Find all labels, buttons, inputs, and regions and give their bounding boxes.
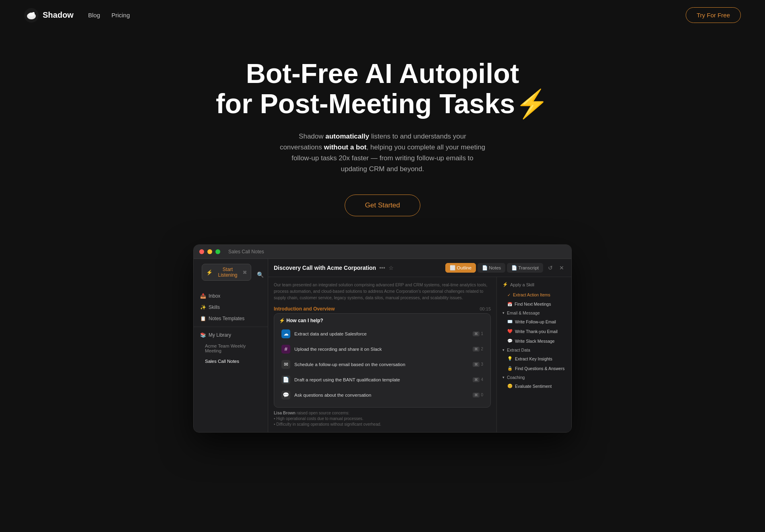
help-popup: ⚡ How can I help? ☁ Extract data and upd… bbox=[274, 313, 491, 408]
skill-write-slack-label: Write Slack Message bbox=[515, 339, 554, 344]
help-item-salesforce[interactable]: ☁ Extract data and update Salesforce ⌘1 bbox=[278, 327, 486, 341]
help-popup-title: ⚡ How can I help? bbox=[278, 318, 486, 323]
skill-find-qa-label: Find Questions & Answers bbox=[515, 366, 564, 371]
star-icon[interactable]: ☆ bbox=[389, 265, 394, 271]
close-icon[interactable]: ✕ bbox=[558, 264, 566, 272]
thankyou-email-icon: ❤️ bbox=[507, 329, 513, 334]
notes-area: Our team presented an integrated solutio… bbox=[268, 277, 497, 432]
window-title: Sales Call Notes bbox=[228, 249, 264, 255]
skills-header-label: Apply a Skill bbox=[510, 282, 534, 287]
skill-evaluate-sentiment-label: Evaluate Sentiment bbox=[515, 384, 552, 389]
help-item-slack-text: Upload the recording and share it on Sla… bbox=[294, 347, 469, 352]
skills-icon: ✨ bbox=[200, 304, 206, 310]
calendar-icon: 📅 bbox=[507, 302, 512, 306]
skill-write-followup-email[interactable]: ✉️ Write Follow-up Email bbox=[500, 317, 568, 326]
tab-outline[interactable]: ⬜ Outline bbox=[445, 263, 476, 273]
notes-templates-icon: 📋 bbox=[200, 316, 206, 321]
tab-group: ⬜ Outline 📄 Notes 📄 Transcript bbox=[445, 263, 543, 273]
skill-find-next-meetings[interactable]: 📅 Find Next Meetings bbox=[500, 300, 568, 308]
slack-msg-icon: 💬 bbox=[507, 338, 513, 344]
start-listening-button[interactable]: ⚡ Start Listening ⌘ bbox=[202, 264, 251, 281]
skill-write-slack[interactable]: 💬 Write Slack Message bbox=[500, 336, 568, 346]
check-icon: ✓ bbox=[507, 293, 511, 297]
nav-link-blog[interactable]: Blog bbox=[88, 12, 100, 19]
transcript-snippet: Lisa Brown raised open source concerns: … bbox=[274, 411, 491, 426]
chevron-coaching-icon: ▾ bbox=[502, 375, 504, 379]
report-icon: 📄 bbox=[281, 375, 290, 384]
hero-section: Bot-Free AI Autopilot for Post-Meeting T… bbox=[0, 30, 765, 236]
email-icon: ✉ bbox=[281, 360, 290, 369]
help-item-salesforce-shortcut: ⌘1 bbox=[473, 331, 483, 336]
skill-extract-key-insights[interactable]: 💡 Extract Key Insights bbox=[500, 354, 568, 363]
sidebar-notes-label: Notes Templates bbox=[209, 316, 244, 321]
help-item-email[interactable]: ✉ Schedule a follow-up email based on th… bbox=[278, 357, 486, 372]
sidebar-search-icon[interactable]: 🔍 bbox=[257, 271, 264, 278]
help-item-slack[interactable]: # Upload the recording and share it on S… bbox=[278, 342, 486, 356]
skill-extract-key-insights-label: Extract Key Insights bbox=[515, 356, 552, 361]
help-item-questions[interactable]: 💬 Ask questions about the conversation ⌘… bbox=[278, 388, 486, 402]
try-for-free-button[interactable]: Try For Free bbox=[686, 7, 741, 23]
help-item-questions-shortcut: ⌘0 bbox=[473, 393, 483, 397]
svg-point-3 bbox=[32, 12, 35, 14]
inbox-icon: 📥 bbox=[200, 293, 206, 299]
hero-headline: Bot-Free AI Autopilot for Post-Meeting T… bbox=[201, 58, 564, 119]
skills-panel: ⚡ Apply a Skill ✓ Extract Action Items 📅… bbox=[497, 277, 571, 432]
logo-text: Shadow bbox=[43, 10, 74, 20]
transcript-bullet-1: • High operational costs due to manual p… bbox=[274, 416, 491, 421]
skills-header: ⚡ Apply a Skill bbox=[500, 280, 568, 290]
sidebar: ⚡ Start Listening ⌘ 🔍 📥 Inbox ✨ Skills 📋 bbox=[194, 259, 268, 432]
help-item-questions-text: Ask questions about the conversation bbox=[294, 393, 469, 397]
app-window: Sales Call Notes ⚡ Start Listening ⌘ 🔍 📥… bbox=[193, 244, 572, 433]
sidebar-item-acme-meeting[interactable]: Acme Team Weekly Meeting bbox=[194, 341, 268, 356]
window-dot-yellow[interactable] bbox=[207, 249, 212, 254]
section-heading: Introduction and Overview 00:15 bbox=[274, 306, 491, 312]
navbar: Shadow Blog Pricing Try For Free bbox=[0, 0, 765, 30]
more-options-icon[interactable]: ••• bbox=[379, 265, 385, 271]
transcript-bullet-2: • Difficulty in scaling operations witho… bbox=[274, 422, 491, 426]
chevron-right-icon: ▾ bbox=[502, 348, 504, 352]
tab-notes[interactable]: 📄 Notes bbox=[478, 263, 505, 273]
slack-icon: # bbox=[281, 345, 290, 354]
main-area: Discovery Call with Acme Corporation •••… bbox=[268, 259, 571, 432]
qa-icon: 🔒 bbox=[507, 366, 513, 371]
skill-group-extract-data[interactable]: ▾ Extract Data bbox=[500, 346, 568, 354]
nav-left: Shadow Blog Pricing bbox=[24, 8, 130, 23]
lightning-icon: ⚡ bbox=[502, 282, 508, 287]
skill-group-coaching[interactable]: ▾ Coaching bbox=[500, 373, 568, 381]
sidebar-item-notes-templates[interactable]: 📋 Notes Templates bbox=[194, 313, 268, 324]
skill-group-email[interactable]: ▾ Email & Message bbox=[500, 309, 568, 317]
skill-group-email-label: Email & Message bbox=[507, 311, 540, 315]
app-body: ⚡ Start Listening ⌘ 🔍 📥 Inbox ✨ Skills 📋 bbox=[194, 259, 571, 432]
skill-write-followup-label: Write Follow-up Email bbox=[515, 319, 556, 324]
sidebar-item-inbox[interactable]: 📥 Inbox bbox=[194, 290, 268, 302]
skill-group-coaching-label: Coaching bbox=[507, 375, 525, 380]
skill-evaluate-sentiment[interactable]: 😊 Evaluate Sentiment bbox=[500, 381, 568, 391]
sidebar-skills-label: Skills bbox=[209, 304, 220, 310]
salesforce-icon: ☁ bbox=[281, 329, 290, 338]
help-item-report[interactable]: 📄 Draft a report using the BANT qualific… bbox=[278, 373, 486, 387]
nav-link-pricing[interactable]: Pricing bbox=[112, 12, 130, 19]
sidebar-item-sales-call[interactable]: Sales Call Notes bbox=[194, 356, 268, 366]
help-item-report-shortcut: ⌘4 bbox=[473, 377, 483, 382]
skill-group-extract-data-label: Extract Data bbox=[507, 348, 530, 352]
sidebar-inbox-label: Inbox bbox=[209, 293, 220, 299]
window-dot-green[interactable] bbox=[215, 249, 220, 254]
notes-paragraph: Our team presented an integrated solutio… bbox=[274, 282, 491, 301]
skill-find-qa[interactable]: 🔒 Find Questions & Answers bbox=[500, 364, 568, 373]
skill-extract-action-items[interactable]: ✓ Extract Action Items bbox=[500, 290, 568, 299]
window-dot-red[interactable] bbox=[199, 249, 204, 254]
sidebar-item-my-library[interactable]: 📚 My Library bbox=[194, 329, 268, 341]
sidebar-item-skills[interactable]: ✨ Skills bbox=[194, 302, 268, 313]
skill-write-thankyou-label: Write Thank-you Email bbox=[515, 329, 558, 334]
followup-email-icon: ✉️ bbox=[507, 319, 513, 324]
main-title-group: Discovery Call with Acme Corporation •••… bbox=[274, 265, 394, 271]
get-started-button[interactable]: Get Started bbox=[345, 195, 421, 216]
tab-transcript[interactable]: 📄 Transcript bbox=[507, 263, 543, 273]
insights-icon: 💡 bbox=[507, 356, 513, 361]
app-window-wrapper: Sales Call Notes ⚡ Start Listening ⌘ 🔍 📥… bbox=[0, 236, 765, 433]
help-item-salesforce-text: Extract data and update Salesforce bbox=[294, 331, 469, 336]
logo[interactable]: Shadow bbox=[24, 8, 74, 23]
skill-write-thankyou-email[interactable]: ❤️ Write Thank-you Email bbox=[500, 327, 568, 336]
skill-extract-action-items-label: Extract Action Items bbox=[513, 292, 550, 297]
refresh-icon[interactable]: ↺ bbox=[546, 264, 554, 272]
